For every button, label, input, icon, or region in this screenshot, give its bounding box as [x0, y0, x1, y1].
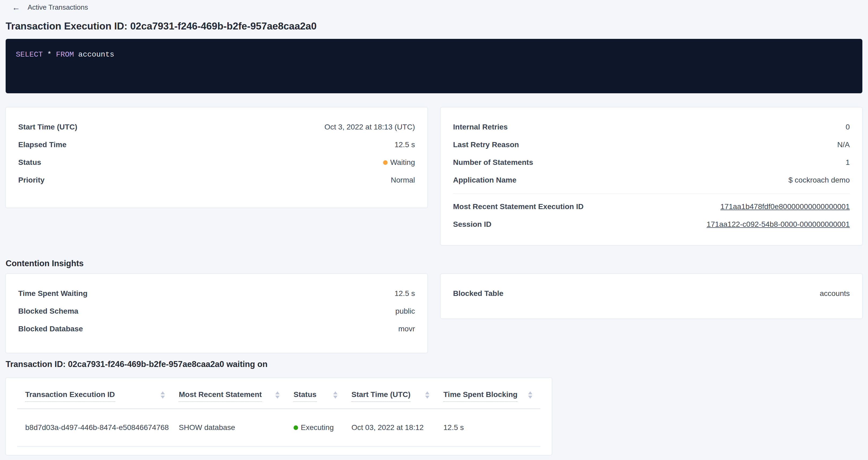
column-header-label: Time Spent Blocking	[443, 390, 517, 402]
priority-label: Priority	[18, 176, 44, 184]
sort-arrows-icon	[425, 391, 429, 399]
number-of-statements-row: Number of Statements 1	[453, 154, 850, 171]
transaction-summary-card: Start Time (UTC) Oct 3, 2022 at 18:13 (U…	[6, 107, 428, 208]
page-title: Transaction Execution ID: 02ca7931-f246-…	[6, 21, 862, 32]
blocked-database-value: movr	[398, 325, 415, 333]
internal-retries-row: Internal Retries 0	[453, 118, 850, 136]
blocked-database-label: Blocked Database	[18, 325, 83, 333]
start-time-row: Start Time (UTC) Oct 3, 2022 at 18:13 (U…	[18, 118, 415, 136]
cell-time-spent-blocking: 12.5 s	[443, 423, 540, 432]
sort-arrows-icon	[161, 391, 165, 399]
back-arrow-icon: ←	[12, 3, 20, 11]
blocked-table-label: Blocked Table	[453, 289, 503, 298]
most-recent-statement-execution-id-row: Most Recent Statement Execution ID 171aa…	[453, 198, 850, 216]
status-label: Status	[18, 158, 41, 167]
waiting-on-table-row: b8d7d03a-d497-446b-8474-e50846674768 SHO…	[17, 409, 540, 447]
application-name-value: $ cockroach demo	[788, 176, 850, 184]
sql-table-identifier: accounts	[78, 51, 114, 59]
contention-blocked-table-card: Blocked Table accounts	[440, 274, 862, 319]
start-time-value: Oct 3, 2022 at 18:13 (UTC)	[324, 123, 415, 131]
elapsed-time-label: Elapsed Time	[18, 141, 66, 149]
status-row: Status Waiting	[18, 154, 415, 171]
status-value: Waiting	[383, 158, 415, 167]
time-spent-waiting-value: 12.5 s	[395, 289, 415, 298]
cell-status-text: Executing	[301, 423, 334, 432]
session-id-link[interactable]: 171aa122-c092-54b8-0000-000000000001	[707, 220, 850, 229]
back-to-active-transactions-link[interactable]: ← Active Transactions	[12, 3, 88, 11]
contention-cards-row: Time Spent Waiting 12.5 s Blocked Schema…	[6, 274, 862, 353]
number-of-statements-label: Number of Statements	[453, 158, 533, 167]
contention-insights-heading: Contention Insights	[6, 258, 868, 269]
blocked-database-row: Blocked Database movr	[18, 320, 415, 338]
priority-row: Priority Normal	[18, 171, 415, 189]
summary-cards-row: Start Time (UTC) Oct 3, 2022 at 18:13 (U…	[6, 107, 862, 245]
application-name-row: Application Name $ cockroach demo	[453, 171, 850, 189]
sql-star-operator: *	[47, 51, 52, 59]
waiting-status-dot-icon	[383, 160, 388, 165]
sql-statement-box: SELECT*FROMaccounts	[6, 39, 862, 93]
cell-start-time: Oct 03, 2022 at 18:12	[351, 423, 443, 432]
cell-transaction-execution-id: b8d7d03a-d497-446b-8474-e50846674768	[17, 423, 179, 432]
column-header-status[interactable]: Status	[293, 390, 351, 402]
internal-retries-value: 0	[845, 123, 850, 131]
most-recent-statement-execution-id-link[interactable]: 171aa1b478fdf0e80000000000000001	[720, 203, 850, 211]
waiting-on-heading: Transaction ID: 02ca7931-f246-469b-b2fe-…	[6, 359, 868, 370]
blocked-table-value: accounts	[820, 289, 850, 298]
sort-arrows-icon	[275, 391, 280, 399]
sql-keyword-from: FROM	[56, 51, 74, 59]
last-retry-reason-value: N/A	[837, 141, 850, 149]
status-value-text: Waiting	[390, 158, 415, 167]
sort-arrows-icon	[528, 391, 532, 399]
last-retry-reason-label: Last Retry Reason	[453, 141, 519, 149]
sql-keyword-select: SELECT	[16, 51, 43, 59]
time-spent-waiting-row: Time Spent Waiting 12.5 s	[18, 285, 415, 302]
session-id-row: Session ID 171aa122-c092-54b8-0000-00000…	[453, 216, 850, 233]
active-transaction-details-page: ← Active Transactions Transaction Execut…	[0, 3, 868, 460]
column-header-time-spent-blocking[interactable]: Time Spent Blocking	[443, 390, 540, 402]
elapsed-time-row: Elapsed Time 12.5 s	[18, 136, 415, 154]
time-spent-waiting-label: Time Spent Waiting	[18, 289, 87, 298]
application-name-label: Application Name	[453, 176, 516, 184]
most-recent-statement-execution-id-label: Most Recent Statement Execution ID	[453, 203, 584, 211]
transaction-details-card: Internal Retries 0 Last Retry Reason N/A…	[440, 107, 862, 245]
sql-statement-text: SELECT*FROMaccounts	[16, 50, 852, 59]
blocked-table-row: Blocked Table accounts	[453, 285, 850, 302]
blocked-schema-row: Blocked Schema public	[18, 302, 415, 320]
column-header-most-recent-statement[interactable]: Most Recent Statement	[179, 390, 293, 402]
column-header-label: Most Recent Statement	[179, 390, 262, 402]
waiting-on-table-header: Transaction Execution ID Most Recent Sta…	[17, 378, 540, 409]
start-time-label: Start Time (UTC)	[18, 123, 77, 131]
contention-waiting-card: Time Spent Waiting 12.5 s Blocked Schema…	[6, 274, 428, 353]
number-of-statements-value: 1	[845, 158, 850, 167]
waiting-on-table-card: Transaction Execution ID Most Recent Sta…	[6, 378, 552, 455]
priority-value: Normal	[391, 176, 415, 184]
blocked-schema-value: public	[395, 307, 415, 315]
session-id-label: Session ID	[453, 220, 491, 229]
elapsed-time-value: 12.5 s	[395, 141, 415, 149]
last-retry-reason-row: Last Retry Reason N/A	[453, 136, 850, 154]
blocked-schema-label: Blocked Schema	[18, 307, 78, 315]
column-header-start-time[interactable]: Start Time (UTC)	[351, 390, 443, 402]
cell-most-recent-statement: SHOW database	[179, 423, 293, 432]
column-header-label: Transaction Execution ID	[25, 390, 115, 402]
sort-arrows-icon	[333, 391, 338, 399]
column-header-label: Start Time (UTC)	[351, 390, 410, 402]
executing-status-dot-icon	[293, 425, 298, 430]
column-header-transaction-execution-id[interactable]: Transaction Execution ID	[17, 390, 179, 402]
cell-status: Executing	[293, 423, 351, 432]
column-header-label: Status	[293, 390, 317, 402]
back-link-label: Active Transactions	[28, 3, 88, 11]
internal-retries-label: Internal Retries	[453, 123, 508, 131]
